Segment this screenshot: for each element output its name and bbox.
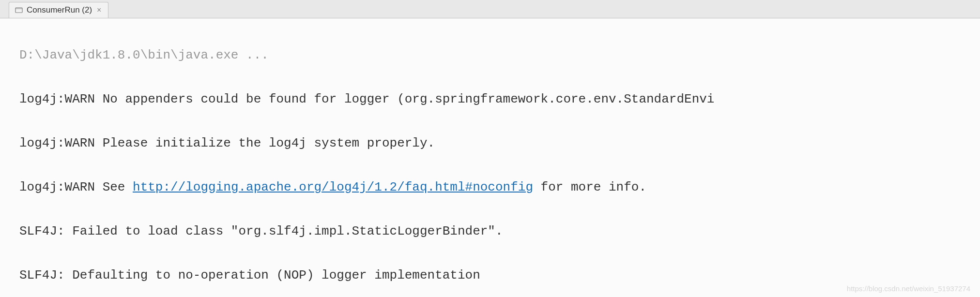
- java-command-line: D:\Java\jdk1.8.0\bin\java.exe ...: [19, 45, 970, 67]
- log-line: SLF4J: Failed to load class "org.slf4j.i…: [19, 221, 970, 243]
- svg-rect-1: [15, 8, 22, 9]
- close-tab-icon[interactable]: ×: [96, 6, 102, 15]
- log-line: SLF4J: Defaulting to no-operation (NOP) …: [19, 265, 970, 287]
- log-line: log4j:WARN No appenders could be found f…: [19, 89, 970, 111]
- watermark-text: https://blog.csdn.net/weixin_51937274: [847, 282, 970, 295]
- console-output[interactable]: D:\Java\jdk1.8.0\bin\java.exe ... log4j:…: [0, 18, 980, 297]
- log4j-faq-link[interactable]: http://logging.apache.org/log4j/1.2/faq.…: [133, 180, 533, 194]
- run-config-icon: [15, 6, 23, 14]
- run-tab-label: ConsumerRun (2): [27, 5, 92, 15]
- tab-bar: ConsumerRun (2) ×: [0, 0, 980, 18]
- log-line: log4j:WARN Please initialize the log4j s…: [19, 133, 970, 155]
- log-line: log4j:WARN See http://logging.apache.org…: [19, 177, 970, 199]
- run-tab[interactable]: ConsumerRun (2) ×: [9, 2, 108, 18]
